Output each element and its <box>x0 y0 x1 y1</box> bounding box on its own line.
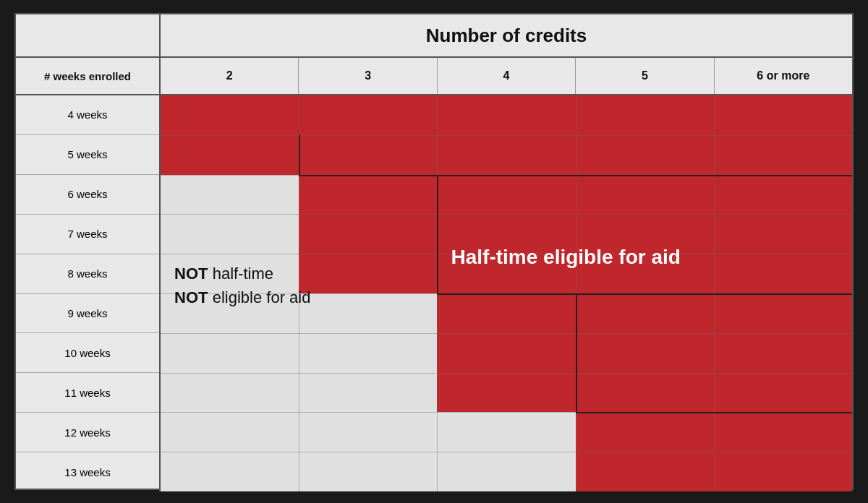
row-label-5weeks: 5 weeks <box>16 135 159 175</box>
row-label-10weeks: 10 weeks <box>16 333 159 373</box>
eligible-label: Half-time eligible for aid <box>451 246 681 269</box>
row-label-8weeks: 8 weeks <box>16 254 159 294</box>
step-h1 <box>299 175 852 176</box>
divider-1 <box>161 135 852 136</box>
not2-bold: NOT <box>174 288 208 306</box>
not1-bold: NOT <box>174 265 208 283</box>
main-header: Number of credits <box>161 14 852 56</box>
row-label-12weeks: 12 weeks <box>16 413 159 452</box>
row-label-11weeks: 11 weeks <box>16 373 159 413</box>
row-label-9weeks: 9 weeks <box>16 294 159 334</box>
chart-container: Number of credits # weeks enrolled 2 3 4… <box>14 13 854 490</box>
step-h2 <box>437 293 852 295</box>
not2-text: eligible for aid <box>213 288 311 306</box>
row-labels-column: 4 weeks 5 weeks 6 weeks 7 weeks 8 weeks … <box>16 95 161 491</box>
divider-7 <box>161 373 852 374</box>
row-label-4weeks: 4 weeks <box>16 95 159 135</box>
step-v1 <box>299 135 300 175</box>
grey-col2-rows6to10 <box>299 293 437 491</box>
row-label-13weeks: 13 weeks <box>16 452 159 491</box>
grid-area: NOT half-time NOT eligible for aid Half-… <box>161 95 852 491</box>
row-label-7weeks: 7 weeks <box>16 215 159 254</box>
row-label-6weeks: 6 weeks <box>16 175 159 215</box>
not-eligible-label: NOT half-time NOT eligible for aid <box>174 262 310 309</box>
col-header-4: 4 <box>438 58 576 94</box>
col-header-2: 2 <box>161 58 299 94</box>
divider-3 <box>161 214 852 215</box>
step-v3 <box>576 293 577 412</box>
header-row: Number of credits <box>16 14 852 58</box>
col-header-3: 3 <box>299 58 437 94</box>
corner-cell <box>16 14 161 56</box>
row-header-label: # weeks enrolled <box>16 58 161 94</box>
step-h3 <box>576 412 852 413</box>
subheader-row: # weeks enrolled 2 3 4 5 6 or more <box>16 58 852 95</box>
col-header-5: 5 <box>576 58 714 94</box>
eligible-label-text: Half-time eligible for aid <box>451 246 681 268</box>
chart-title: Number of credits <box>426 25 587 47</box>
col-header-6: 6 or more <box>715 58 852 94</box>
step-v2 <box>437 175 438 293</box>
not1-text: half-time <box>213 265 273 283</box>
divider-9 <box>161 452 852 452</box>
divider-6 <box>161 333 852 334</box>
